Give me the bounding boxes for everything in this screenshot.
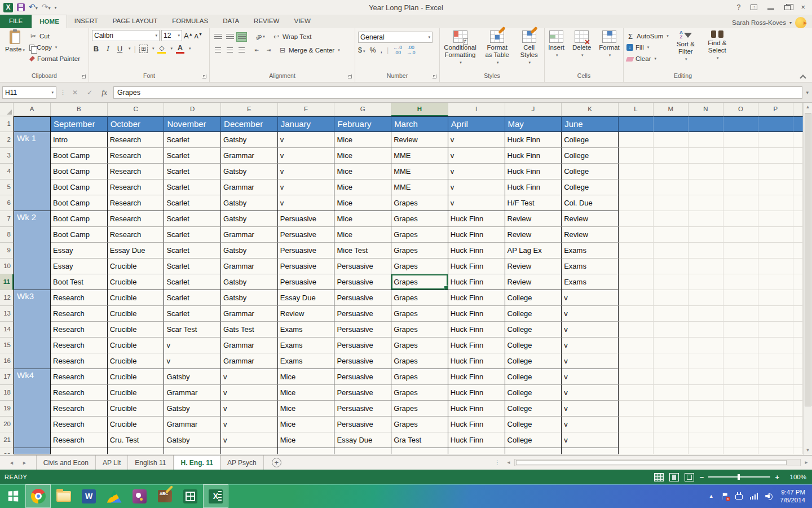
account-menu[interactable]: Sarah Ross-Koves ▾ — [732, 17, 812, 28]
save-icon[interactable] — [17, 3, 25, 11]
tab-home[interactable]: HOME — [32, 15, 67, 28]
cell-E15[interactable]: Grammar — [221, 338, 278, 353]
new-sheet-button[interactable]: + — [272, 458, 281, 467]
cell-B5[interactable]: Boot Camp — [51, 179, 108, 195]
cell-H8[interactable]: Grapes — [391, 227, 448, 243]
cell-J21[interactable]: College — [505, 432, 562, 448]
cell-B7[interactable]: Boot Camp — [51, 211, 108, 227]
cell-L16[interactable] — [619, 353, 654, 369]
cell-J6[interactable]: H/F Test — [505, 195, 562, 211]
cell-N11[interactable] — [689, 274, 723, 290]
column-header-C[interactable]: C — [108, 103, 165, 116]
cell-P17[interactable] — [758, 369, 793, 385]
cell-D17[interactable]: Gatsby — [164, 369, 221, 385]
cell-E17[interactable]: v — [221, 369, 278, 385]
cell-G9[interactable]: Mice Test — [334, 243, 391, 259]
page-layout-view-icon[interactable] — [669, 473, 679, 481]
horizontal-scroll-thumb[interactable] — [516, 460, 787, 465]
cell-D9[interactable]: Scarlet — [164, 243, 221, 259]
cell-K9[interactable]: Exams — [562, 243, 619, 259]
row-header-5[interactable]: 5 — [0, 179, 14, 195]
cell-K6[interactable]: Col. Due — [562, 195, 619, 211]
cell-E12[interactable]: Gatsby — [221, 290, 278, 306]
cell-G7[interactable]: Mice — [334, 211, 391, 227]
column-header-M[interactable]: M — [654, 103, 689, 116]
cell-B13[interactable]: Research — [51, 306, 108, 322]
month-header-cell-april[interactable]: April — [448, 116, 505, 132]
taskbar-item-file-explorer[interactable] — [51, 484, 76, 508]
cell-E7[interactable]: Gatsby — [221, 211, 278, 227]
cell-J11[interactable]: Review — [505, 274, 562, 290]
row-header-20[interactable]: 20 — [0, 417, 14, 432]
cell-O18[interactable] — [723, 385, 758, 401]
paste-button[interactable]: Paste▾ — [3, 30, 27, 71]
cell-B16[interactable]: Research — [51, 353, 108, 369]
tray-clock[interactable]: 9:47 PM 7/8/2014 — [780, 488, 805, 504]
cell-H15[interactable]: Grapes — [391, 338, 448, 353]
cell-A1[interactable] — [14, 116, 51, 132]
cell-B11[interactable]: Boot Test — [51, 274, 108, 290]
cell-O12[interactable] — [723, 290, 758, 306]
cell-K12[interactable]: v — [562, 290, 619, 306]
cell-O8[interactable] — [723, 227, 758, 243]
format-cells-button[interactable]: Format▾ — [597, 30, 621, 71]
sheet-tab-english-11[interactable]: English 11 — [128, 456, 173, 470]
sheet-tab-civis-and-econ[interactable]: Civis and Econ — [36, 456, 96, 470]
cell-K17[interactable]: v — [562, 369, 619, 385]
cell-D3[interactable]: Scarlet — [164, 148, 221, 164]
cell-L4[interactable] — [619, 164, 654, 179]
increase-decimal-icon[interactable]: ←.0.00 — [393, 45, 402, 55]
sheet-tab-h-eng-11[interactable]: H. Eng. 11 — [174, 456, 220, 470]
cell-H11[interactable]: Grapes — [391, 274, 448, 290]
cell-H10[interactable]: Grapes — [391, 259, 448, 274]
cell-E3[interactable]: Grammar — [221, 148, 278, 164]
clear-button[interactable]: Clear▾ — [626, 54, 669, 64]
cell-F20[interactable]: Mice — [278, 417, 335, 432]
cell-N13[interactable] — [689, 306, 723, 322]
cell-F14[interactable]: Exams — [278, 322, 335, 338]
font-size-select[interactable]: 12▾ — [161, 30, 182, 41]
tab-formulas[interactable]: FORMULAS — [165, 15, 215, 28]
cell-C10[interactable]: Crucible — [108, 259, 165, 274]
cell-O14[interactable] — [723, 322, 758, 338]
cell-H7[interactable]: Grapes — [391, 211, 448, 227]
cell-E14[interactable]: Gats Test — [221, 322, 278, 338]
taskbar-item-word[interactable]: W — [76, 484, 102, 508]
cell-I19[interactable]: Huck Finn — [448, 401, 505, 417]
cell-I4[interactable]: v — [448, 164, 505, 179]
column-header-I[interactable]: I — [448, 103, 505, 116]
cell-P5[interactable] — [758, 179, 793, 195]
cell-E10[interactable]: Grammar — [221, 259, 278, 274]
month-header-cell-march[interactable]: March — [391, 116, 448, 132]
cell-J16[interactable]: College — [505, 353, 562, 369]
cell-E8[interactable]: Grammar — [221, 227, 278, 243]
action-center-flag-icon[interactable]: ✕ — [721, 493, 728, 500]
month-header-blank[interactable] — [793, 116, 803, 132]
cell-I2[interactable]: v — [448, 132, 505, 148]
row-header-22[interactable]: 22 — [0, 448, 14, 454]
cell-D5[interactable]: Scarlet — [164, 179, 221, 195]
cell-empty[interactable] — [758, 448, 793, 454]
fill-button[interactable]: ↓Fill▾ — [626, 42, 669, 52]
cell-B10[interactable]: Essay — [51, 259, 108, 274]
cell-B21[interactable]: Research — [51, 432, 108, 448]
middle-align-button[interactable] — [224, 32, 235, 42]
tab-data[interactable]: DATA — [215, 15, 246, 28]
tab-file[interactable]: FILE — [0, 15, 32, 28]
cell-B9[interactable]: Essay — [51, 243, 108, 259]
decrease-indent-button[interactable]: ⇤ — [251, 46, 262, 55]
cell-M3[interactable] — [654, 148, 689, 164]
cell-H2[interactable]: Review — [391, 132, 448, 148]
cell-H22[interactable] — [391, 448, 448, 454]
cell-L15[interactable] — [619, 338, 654, 353]
tray-chevron-up-icon[interactable]: ▲ — [709, 493, 714, 499]
cell-F16[interactable]: Exams — [278, 353, 335, 369]
month-header-blank[interactable] — [619, 116, 654, 132]
cell-I21[interactable]: Huck Finn — [448, 432, 505, 448]
cell-fill6[interactable] — [793, 195, 803, 211]
week-label-cell-wk3[interactable]: Wk3 — [14, 290, 51, 369]
cell-I3[interactable]: v — [448, 148, 505, 164]
normal-view-icon[interactable] — [654, 473, 664, 481]
cell-M16[interactable] — [654, 353, 689, 369]
cell-H9[interactable]: Grapes — [391, 243, 448, 259]
